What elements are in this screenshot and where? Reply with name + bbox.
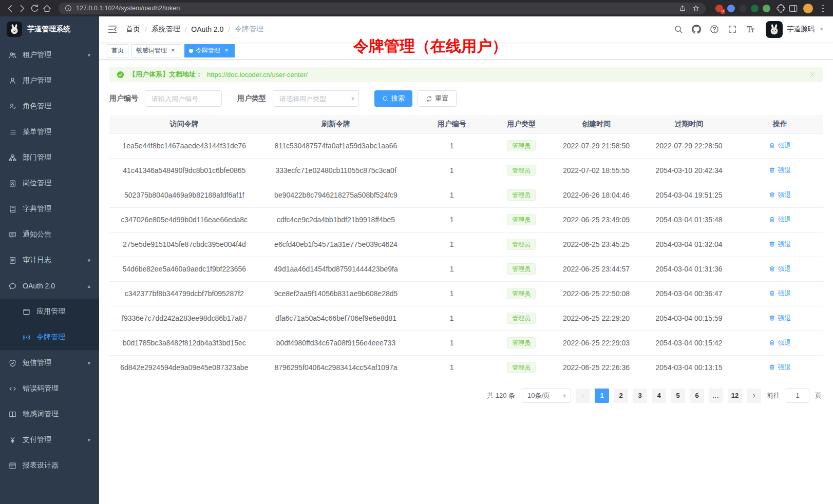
tab-close-icon[interactable]: × [169, 47, 177, 54]
tab-close-icon[interactable]: × [223, 47, 230, 54]
site-info-icon[interactable] [65, 5, 72, 12]
github-icon[interactable] [692, 25, 701, 34]
breadcrumb-item[interactable]: 系统管理 [152, 25, 180, 34]
force-logout-button[interactable]: 强退 [769, 289, 791, 298]
search-icon[interactable] [674, 25, 683, 34]
reset-button[interactable]: 重置 [418, 90, 457, 107]
share-icon[interactable] [679, 5, 686, 12]
extension-icon[interactable] [727, 5, 735, 12]
sidebar-item[interactable]: 错误码管理 [0, 376, 99, 401]
action-cell: 强退 [737, 158, 823, 183]
extension-icon[interactable] [763, 5, 770, 12]
user-type-badge: 管理员 [507, 337, 536, 348]
page-button[interactable]: 3 [633, 389, 647, 403]
search-button[interactable]: 搜索 [374, 90, 412, 107]
sidebar-item-label: 令牌管理 [36, 333, 65, 342]
user-id-label: 用户编号 [109, 94, 138, 103]
delete-icon [769, 191, 775, 198]
sidebar-item[interactable]: 角色管理 [0, 93, 99, 119]
page-button[interactable]: … [709, 389, 723, 403]
force-logout-button[interactable]: 强退 [769, 338, 791, 347]
force-logout-button[interactable]: 强退 [769, 215, 791, 224]
tab[interactable]: 首页 × [107, 44, 128, 57]
refresh-icon [426, 95, 432, 102]
address-bar[interactable]: 127.0.0.1:1024/system/oauth2/token [59, 3, 706, 14]
refresh-token-cell: b0df4980ffd34c67a08f9156e4eee733 [259, 331, 413, 355]
bookmark-star-icon[interactable] [692, 5, 699, 12]
sidebar-item[interactable]: 审计日志 ▾ [0, 247, 99, 273]
delete-icon [769, 216, 775, 223]
sidebar-item[interactable]: 部门管理 [0, 145, 99, 170]
tab[interactable]: 敏感词管理 × [131, 44, 181, 57]
breadcrumb-item[interactable]: OAuth 2.0 [191, 25, 223, 33]
back-icon[interactable] [5, 4, 15, 13]
app-logo[interactable]: 芋道管理系统 [0, 16, 99, 42]
next-page-button[interactable] [747, 389, 761, 403]
sidebar-item[interactable]: 菜单管理 [0, 119, 99, 145]
tab[interactable]: 令牌管理 × [184, 44, 235, 57]
delete-icon [769, 167, 775, 173]
user-type-select[interactable] [273, 90, 359, 107]
extension-icon[interactable] [739, 5, 747, 12]
col-user-id: 用户编号 [412, 115, 491, 133]
user-id-input[interactable] [145, 90, 222, 107]
sidebar-item[interactable]: 支付管理 ▾ [0, 427, 99, 453]
sidebar-toggle-icon[interactable] [107, 24, 118, 34]
sidebar-item[interactable]: OAuth 2.0 ▴ [0, 273, 99, 299]
oauth-icon [9, 282, 16, 290]
extension-icon[interactable] [751, 5, 759, 12]
page-button[interactable]: 12 [728, 389, 742, 403]
action-cell: 强退 [737, 183, 823, 207]
report-icon [9, 462, 16, 470]
extension-icon[interactable]: 0 [715, 5, 723, 12]
force-logout-button[interactable]: 强退 [769, 314, 791, 323]
sidebar-item[interactable]: 敏感词管理 [0, 401, 99, 427]
alert-close-icon[interactable] [809, 71, 816, 77]
force-logout-button[interactable]: 强退 [769, 363, 791, 372]
username: 芋道源码 [787, 25, 815, 34]
user-menu[interactable]: 芋道源码 [766, 21, 825, 38]
create-time-cell: 2022-07-02 18:55:55 [552, 158, 641, 183]
sidebar-item[interactable]: 应用管理 [0, 299, 99, 324]
browser-menu-icon[interactable] [818, 4, 828, 13]
sidebar-item[interactable]: 字典管理 [0, 196, 99, 222]
page-button[interactable]: 4 [652, 389, 666, 403]
doc-link[interactable]: https://doc.iocoder.cn/user-center/ [207, 71, 308, 79]
page-button[interactable]: 2 [614, 389, 628, 403]
reload-icon[interactable] [30, 4, 40, 13]
user-type-cell: 管理员 [491, 281, 552, 306]
user-type-badge: 管理员 [507, 263, 536, 275]
success-icon [117, 71, 124, 79]
page-size-select[interactable]: 10条/页 ▾ [522, 389, 571, 403]
help-icon[interactable] [710, 25, 719, 34]
force-logout-button[interactable]: 强退 [769, 141, 791, 150]
page-button[interactable]: 6 [690, 389, 704, 403]
sidebar-item[interactable]: 租户管理 ▾ [0, 42, 99, 68]
sidebar-item[interactable]: 用户管理 [0, 68, 99, 93]
sms-icon [9, 359, 16, 367]
prev-page-button[interactable] [576, 389, 590, 403]
page-button[interactable]: 5 [671, 389, 685, 403]
profile-avatar[interactable] [803, 4, 813, 13]
jump-page-input[interactable] [786, 389, 809, 403]
breadcrumb-item[interactable]: 首页 [126, 25, 140, 34]
font-size-icon[interactable] [746, 25, 755, 34]
force-logout-button[interactable]: 强退 [769, 190, 791, 200]
side-panel-icon[interactable] [788, 4, 798, 13]
home-icon[interactable] [42, 4, 52, 13]
dict-icon [9, 205, 16, 213]
force-logout-button[interactable]: 强退 [769, 264, 791, 274]
force-logout-button[interactable]: 强退 [769, 240, 791, 249]
sidebar-item[interactable]: 短信管理 ▾ [0, 350, 99, 376]
sidebar-item[interactable]: 报表设计器 [0, 453, 99, 478]
fullscreen-icon[interactable] [728, 25, 737, 34]
create-time-cell: 2022-06-25 23:44:57 [552, 257, 641, 281]
force-logout-button[interactable]: 强退 [769, 166, 791, 175]
forward-icon[interactable] [17, 4, 27, 13]
sidebar-item[interactable]: 通知公告 [0, 222, 99, 247]
page-button[interactable]: 1 [595, 389, 609, 403]
sidebar-item[interactable]: 岗位管理 [0, 170, 99, 196]
sidebar-item[interactable]: 令牌管理 [0, 324, 99, 350]
extensions-puzzle-icon[interactable] [776, 4, 786, 13]
pay-icon [9, 436, 16, 444]
